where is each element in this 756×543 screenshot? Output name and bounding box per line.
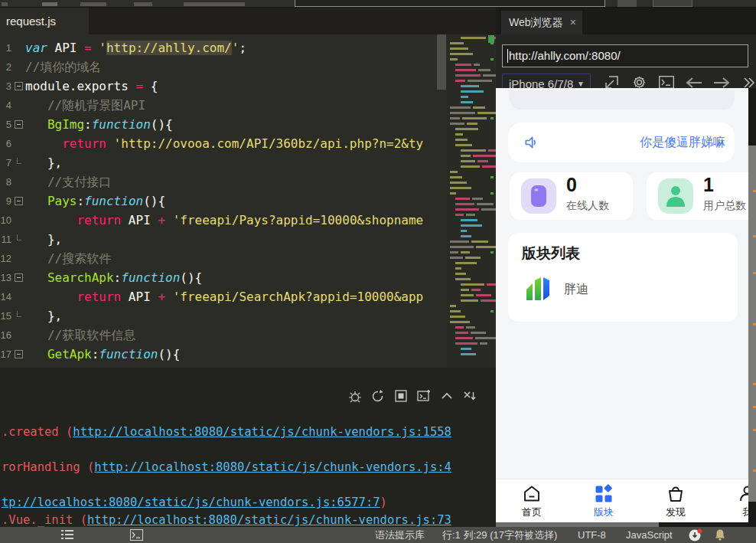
minimap-line [455, 139, 468, 141]
toolbar-item[interactable] [184, 2, 245, 6]
nav-item-版块[interactable]: 版块 [581, 479, 627, 523]
minimap-line [461, 251, 470, 254]
menu-icon[interactable] [42, 2, 57, 6]
announcement-banner[interactable]: 你是傻逼胖娣嘛 [508, 123, 735, 162]
code-editor[interactable]: 1var API = 'http://ahlly.com/';2//填你的域名3… [0, 34, 496, 368]
debug-icon[interactable] [348, 389, 362, 403]
code-line[interactable]: 13 SearchApk:function(){ [0, 268, 496, 287]
board-name[interactable]: 胖迪 [564, 282, 588, 298]
stack-trace-link[interactable]: http://localhost:8080/static/js/chunk-ve… [73, 425, 451, 439]
minimap-line [450, 112, 475, 114]
code-line[interactable]: 14 return API + 'freeapi/SearchApk?appid… [0, 287, 496, 306]
syntax-lib-status[interactable]: 语法提示库 [375, 527, 425, 543]
minimap-line [455, 128, 478, 130]
language-mode-status[interactable]: JavaScript [626, 527, 673, 543]
close-icon[interactable]: × [570, 11, 576, 34]
error-text: ) [380, 496, 387, 509]
fold-toggle-icon[interactable] [15, 350, 23, 358]
minimap-line [450, 106, 471, 109]
stat-card-total[interactable]: 1用户总数 [647, 172, 748, 220]
minimap-line [471, 289, 481, 291]
code-line[interactable]: 5 BgImg:function(){ [0, 115, 496, 134]
collapse-icon[interactable] [440, 389, 454, 403]
minimap-line [455, 208, 479, 211]
cursor-position-status[interactable]: 行:1 列:29 (17字符被选择) [442, 527, 557, 543]
code-line[interactable]: 6 return 'http://ovooa.com/API/360bz/api… [0, 134, 496, 153]
code-line[interactable]: 12 //搜索软件 [0, 249, 496, 268]
new-terminal-icon[interactable] [417, 389, 431, 403]
code-line[interactable]: 3module.exports = { [0, 77, 496, 96]
encoding-status[interactable]: UTF-8 [578, 527, 606, 543]
search-card-partial[interactable] [510, 90, 735, 110]
stat-label: 在线人数 [566, 199, 609, 213]
code-text: //支付接口 [25, 172, 435, 191]
minimap-change-marker [490, 251, 494, 254]
minimap-line [450, 187, 471, 189]
update-download-icon[interactable] [689, 528, 702, 541]
stack-trace-link[interactable]: tp://localhost:8080/static/js/chunk-vend… [2, 496, 380, 509]
minimap-line [480, 342, 487, 345]
minimap-line [450, 192, 456, 195]
search-option-button[interactable] [618, 0, 637, 7]
nav-item-我[interactable]: 我 [725, 479, 748, 523]
code-line[interactable]: 17 GetApk:function(){ [0, 345, 496, 364]
code-line[interactable]: 8 //支付接口 [0, 172, 496, 191]
minimap-line [488, 149, 496, 152]
rerun-icon[interactable] [371, 389, 385, 403]
minimap[interactable] [447, 34, 494, 368]
line-number: 11 [0, 230, 11, 249]
minimap-line [461, 149, 486, 152]
minimap-line [461, 235, 471, 237]
minimap-line [455, 144, 472, 146]
code-line[interactable]: 1var API = 'http://ahlly.com/'; [0, 38, 496, 57]
bell-icon[interactable] [715, 529, 725, 541]
code-line[interactable]: 7 }, [0, 153, 496, 172]
fold-toggle-icon[interactable] [15, 82, 23, 90]
toolbar-item[interactable] [2, 2, 8, 6]
vertical-scrollbar[interactable] [748, 88, 756, 527]
outline-list-icon[interactable] [61, 529, 73, 540]
code-line[interactable]: 4 //随机背景图API [0, 96, 496, 115]
scrollbar-thumb[interactable] [437, 34, 446, 90]
code-text: BgImg:function(){ [25, 115, 435, 134]
clear-icon[interactable] [463, 389, 477, 403]
code-line[interactable]: 2//填你的域名 [0, 57, 496, 77]
search-button[interactable] [653, 0, 692, 7]
top-toolbar [0, 0, 756, 8]
minimap-line [472, 198, 483, 200]
stack-trace-link[interactable]: http://localhost:8080/static/js/chunk-ve… [87, 513, 451, 527]
stat-card-online[interactable]: 0在线人数 [510, 172, 633, 220]
toolbar-item[interactable] [80, 2, 106, 6]
fold-toggle-icon[interactable] [15, 273, 23, 282]
editor-scrollbar[interactable] [436, 34, 447, 368]
code-text: var API = 'http://ahlly.com/'; [25, 38, 435, 57]
stack-trace-link[interactable]: http://localhost:8080/static/js/chunk-ve… [94, 460, 451, 474]
code-line[interactable]: 9 Pays:function(){ [0, 191, 496, 211]
tab-request-js[interactable]: request.js [0, 8, 89, 34]
nav-item-首页[interactable]: 首页 [509, 479, 555, 523]
toolbar-item[interactable] [134, 2, 152, 6]
announcement-text: 你是傻逼胖娣嘛 [640, 135, 725, 151]
console-panel: .created (http://localhost:8080/static/j… [0, 368, 496, 527]
minimap-line [461, 90, 484, 93]
tab-web-browser[interactable]: Web浏览器 × [501, 11, 582, 34]
annotation-marker [753, 272, 756, 274]
url-input[interactable]: http://ahlly.com/:8080/ [502, 44, 748, 67]
code-line[interactable]: 11 }, [0, 230, 496, 249]
global-search-input[interactable] [295, 0, 605, 7]
minimap-line [450, 305, 456, 307]
code-line[interactable]: 15 }, [0, 306, 496, 325]
minimap-line [455, 262, 477, 264]
stop-icon[interactable] [394, 389, 408, 403]
code-line[interactable]: 10 return API + 'freeapi/Pays?appid=1000… [0, 211, 496, 230]
board-list-card: 版块列表 胖迪 [508, 233, 738, 322]
browser-viewport: 你是傻逼胖娣嘛 0在线人数1用户总数 版块列表 胖迪 首页版块发现我 [496, 88, 748, 527]
annotation-marker [753, 190, 756, 192]
fold-toggle-icon[interactable] [15, 197, 23, 205]
board-logo[interactable] [522, 273, 556, 306]
fold-toggle-icon[interactable] [15, 120, 23, 129]
minimap-line [487, 283, 496, 286]
terminal-icon[interactable] [130, 529, 143, 541]
nav-item-发现[interactable]: 发现 [653, 479, 699, 523]
code-line[interactable]: 16 //获取软件信息 [0, 325, 496, 345]
